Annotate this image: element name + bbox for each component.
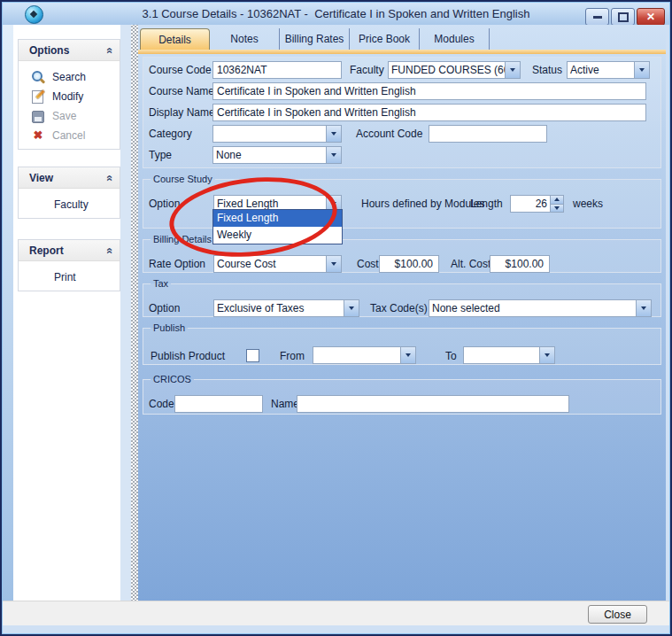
course-details-window: 3.1 Course Details - 10362NAT - Certific… xyxy=(0,0,672,636)
restore-icon xyxy=(618,12,629,22)
options-panel-title: Options xyxy=(29,44,69,57)
window-title: 3.1 Course Details - 10362NAT - Certific… xyxy=(143,7,530,20)
status-label: Status xyxy=(532,61,562,79)
cost-label: Cost xyxy=(357,255,379,273)
option-fixed-length[interactable]: Fixed Length xyxy=(213,210,342,227)
options-panel-header[interactable]: Options « xyxy=(19,40,120,61)
main-content: Details Notes Billing Rates Price Book M… xyxy=(138,25,666,601)
restore-button[interactable] xyxy=(611,8,635,26)
publish-product-checkbox[interactable] xyxy=(246,349,259,362)
length-input[interactable] xyxy=(511,196,550,212)
tax-option-dropdown[interactable]: Exclusive of Taxes xyxy=(213,299,359,317)
cricos-code-label: Code xyxy=(149,395,174,413)
chevron-down-icon[interactable] xyxy=(326,256,341,272)
type-dropdown[interactable]: None xyxy=(212,146,342,164)
tab-billing-rates[interactable]: Billing Rates xyxy=(280,28,350,50)
cost-input[interactable] xyxy=(379,255,439,273)
collapse-chevron-icon: « xyxy=(104,247,113,253)
course-study-option-list: Fixed Length Weekly xyxy=(212,209,343,244)
length-label: Length xyxy=(470,195,503,213)
cricos-code-input[interactable] xyxy=(174,395,263,413)
weeks-label: weeks xyxy=(573,195,603,213)
hours-note-label: Hours defined by Modules xyxy=(361,195,484,213)
account-code-label: Account Code xyxy=(356,125,422,143)
course-name-input[interactable] xyxy=(212,82,646,100)
publish-product-label: Publish Product xyxy=(151,347,225,365)
app-globe-icon xyxy=(25,5,43,24)
course-study-option-label: Option xyxy=(149,195,180,213)
tax-codes-dropdown[interactable]: None selected xyxy=(429,299,652,317)
type-label: Type xyxy=(149,146,172,164)
chevron-down-icon[interactable] xyxy=(634,62,649,78)
sidebar-item-modify[interactable]: Modify xyxy=(19,87,120,106)
collapse-chevron-icon: « xyxy=(104,175,113,181)
view-panel-header[interactable]: View « xyxy=(19,167,120,189)
course-code-input[interactable] xyxy=(212,61,342,79)
sidebar-splitter[interactable] xyxy=(131,25,138,601)
tax-option-label: Option xyxy=(149,299,180,317)
faculty-label: Faculty xyxy=(350,61,384,79)
close-button[interactable]: Close xyxy=(588,605,647,624)
tab-bar: Details Notes Billing Rates Price Book M… xyxy=(140,28,490,50)
spin-down-icon[interactable] xyxy=(551,205,563,213)
publish-to-label: To xyxy=(445,347,457,365)
cricos-group: CRICOS Code Name xyxy=(143,374,661,415)
minimize-icon xyxy=(593,16,602,19)
publish-from-label: From xyxy=(280,347,305,365)
course-study-legend: Course Study xyxy=(151,174,215,184)
display-name-label: Display Name xyxy=(149,104,215,121)
display-name-input[interactable] xyxy=(212,104,646,121)
report-panel: Report « Print xyxy=(18,239,120,291)
alt-cost-input[interactable] xyxy=(490,255,550,273)
publish-to-dropdown[interactable] xyxy=(463,346,555,364)
course-name-label: Course Name xyxy=(149,82,214,100)
view-panel: View « Faculty xyxy=(18,167,120,219)
length-stepper[interactable] xyxy=(510,195,564,213)
status-dropdown[interactable]: Active xyxy=(567,61,650,79)
tax-legend: Tax xyxy=(151,278,171,289)
course-identity-group: Course Code Faculty FUNDED COURSES (6003… xyxy=(143,57,661,168)
tab-notes[interactable]: Notes xyxy=(210,28,280,50)
publish-legend: Publish xyxy=(151,322,188,333)
cricos-legend: CRICOS xyxy=(151,374,194,384)
sidebar-right-strip xyxy=(120,25,131,601)
view-panel-title: View xyxy=(29,172,53,184)
alt-cost-label: Alt. Cost xyxy=(451,255,490,273)
tab-underline-band xyxy=(138,50,666,54)
chevron-down-icon[interactable] xyxy=(326,147,341,163)
sidebar-left-strip xyxy=(2,25,13,601)
tax-codes-label: Tax Code(s) xyxy=(370,299,428,317)
close-window-button[interactable]: ✕ xyxy=(637,8,665,26)
category-label: Category xyxy=(149,125,192,143)
tab-price-book[interactable]: Price Book xyxy=(350,28,420,50)
chevron-down-icon[interactable] xyxy=(505,62,520,78)
report-panel-header[interactable]: Report « xyxy=(19,240,120,261)
collapse-chevron-icon: « xyxy=(104,47,113,53)
sidebar-item-save: Save xyxy=(19,106,120,126)
sidebar-item-search[interactable]: Search xyxy=(19,67,120,87)
tab-modules[interactable]: Modules xyxy=(420,28,490,50)
course-code-label: Course Code xyxy=(149,61,212,79)
spin-up-icon[interactable] xyxy=(551,196,563,205)
cricos-name-label: Name xyxy=(271,395,299,413)
account-code-input[interactable] xyxy=(429,125,547,143)
footer-bar: Close xyxy=(2,601,670,625)
category-dropdown[interactable] xyxy=(212,125,342,143)
chevron-down-icon[interactable] xyxy=(636,300,651,316)
publish-group: Publish Publish Product From To xyxy=(143,322,661,365)
sidebar-item-print[interactable]: Print xyxy=(19,268,120,287)
option-weekly[interactable]: Weekly xyxy=(213,227,342,244)
tab-details[interactable]: Details xyxy=(140,28,210,50)
chevron-down-icon[interactable] xyxy=(326,126,341,142)
modify-icon xyxy=(31,89,45,104)
cricos-name-input[interactable] xyxy=(297,395,569,413)
minimize-button[interactable] xyxy=(585,8,609,26)
publish-from-dropdown[interactable] xyxy=(313,346,416,364)
chevron-down-icon[interactable] xyxy=(539,347,554,363)
faculty-dropdown[interactable]: FUNDED COURSES (6003) xyxy=(388,61,521,79)
chevron-down-icon[interactable] xyxy=(400,347,415,363)
billing-details-legend: Billing Details xyxy=(151,234,214,244)
chevron-down-icon[interactable] xyxy=(344,300,359,316)
rate-option-dropdown[interactable]: Course Cost xyxy=(213,255,342,273)
sidebar-item-faculty[interactable]: Faculty xyxy=(19,195,120,214)
